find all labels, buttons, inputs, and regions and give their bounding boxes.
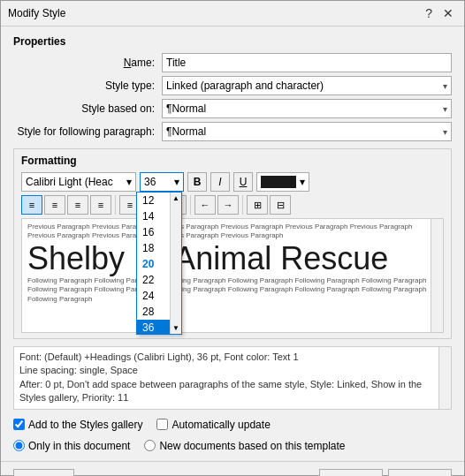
cancel-button[interactable]: Cancel [388, 469, 452, 476]
description-box: Font: (Default) +Headings (Calibri Light… [13, 346, 452, 410]
size-dropdown-arrow: ▾ [174, 176, 179, 188]
indent-decrease-button[interactable]: ← [194, 195, 216, 215]
name-label-text: Name: [124, 57, 155, 69]
name-label: Name: [13, 57, 155, 69]
previous-paragraph-text: Previous Paragraph Previous Paragraph Pr… [27, 223, 438, 241]
radio-row: Only in this document New documents base… [13, 440, 452, 452]
font-select[interactable]: Calibri Light (Heac ▾ [21, 172, 136, 192]
style-type-dropdown[interactable]: Linked (paragraph and character) ▾ [162, 76, 452, 95]
help-button[interactable]: ? [422, 6, 436, 20]
formatting-row2: ≡ ≡ ≡ ≡ ≡ ≡ ≡ ← → ⊞ ⊟ [21, 195, 444, 215]
font-name: Calibri Light (Heac [26, 176, 113, 188]
scroll-down-arrow[interactable]: ▼ [172, 324, 179, 332]
formatting-section: Formatting Calibri Light (Heac ▾ 36 ▾ B … [13, 148, 452, 339]
preview-area: Previous Paragraph Previous Paragraph Pr… [21, 218, 444, 333]
font-color-picker[interactable]: ▾ [256, 172, 309, 192]
auto-update-text: Automatically update [172, 419, 270, 431]
size-option-18[interactable]: 18 [137, 240, 170, 256]
align-justify-button[interactable]: ≡ [90, 195, 111, 215]
color-arrow: ▾ [300, 176, 305, 188]
dialog-body: Properties Name: Style type: Linked (par… [1, 26, 464, 461]
formatting-row1: Calibri Light (Heac ▾ 36 ▾ B I U ▾ [21, 172, 444, 192]
only-in-document-text: Only in this document [28, 440, 130, 452]
name-underline: N [124, 57, 132, 69]
style-following-label: Style for following paragraph: [13, 125, 155, 138]
new-documents-label[interactable]: New documents based on this template [144, 440, 345, 452]
size-option-14[interactable]: 14 [137, 208, 170, 224]
style-type-label: Style type: [13, 79, 155, 92]
new-documents-text: New documents based on this template [159, 440, 345, 452]
size-value: 36 [144, 176, 156, 188]
add-to-styles-checkbox[interactable] [13, 419, 25, 430]
style-type-value: Linked (paragraph and character) [166, 79, 443, 92]
size-option-20[interactable]: 20 [137, 256, 170, 272]
separator-3 [242, 195, 243, 215]
style-based-value: Normal [172, 102, 443, 115]
only-in-document-label[interactable]: Only in this document [13, 440, 130, 452]
align-left-button[interactable]: ≡ [21, 195, 42, 215]
separator-2 [190, 195, 191, 215]
dialog-title: Modify Style [8, 7, 65, 19]
dialog-footer: Format ▾ OK Cancel [1, 461, 464, 476]
style-following-arrow: ▾ [443, 127, 447, 137]
size-option-22[interactable]: 22 [137, 272, 170, 288]
extra-format-button2[interactable]: ⊟ [270, 195, 291, 215]
footer-right: OK Cancel [319, 469, 452, 476]
preview-title-text: Shelbyld Animal Rescue [27, 243, 438, 275]
size-option-12[interactable]: 12 [137, 193, 170, 208]
add-to-styles-label[interactable]: Add to the Styles gallery [13, 419, 142, 431]
description-scrollbar[interactable] [438, 347, 451, 409]
style-based-dropdown[interactable]: ¶ Normal ▾ [162, 99, 452, 118]
style-following-value: Normal [172, 125, 443, 138]
style-following-row: Style for following paragraph: ¶ Normal … [13, 122, 452, 141]
size-select[interactable]: 36 ▾ [140, 172, 184, 192]
modify-style-dialog: Modify Style ? ✕ Properties Name: Style … [0, 0, 465, 476]
style-following-dropdown[interactable]: ¶ Normal ▾ [162, 122, 452, 141]
ok-button[interactable]: OK [319, 469, 383, 476]
auto-update-label[interactable]: Automatically update [156, 419, 270, 431]
bold-button[interactable]: B [187, 172, 207, 192]
name-row: Name: [13, 53, 452, 72]
extra-format-button[interactable]: ⊞ [247, 195, 268, 215]
color-swatch [261, 176, 296, 188]
description-text: Font: (Default) +Headings (Calibri Light… [19, 351, 446, 405]
style-based-label: Style based on: [13, 102, 155, 115]
title-bar: Modify Style ? ✕ [1, 1, 464, 26]
following-paragraph-text: Following Paragraph Following Paragraph … [27, 276, 438, 304]
font-dropdown-arrow: ▾ [126, 176, 132, 188]
separator-1 [115, 195, 116, 215]
size-option-28[interactable]: 28 [137, 304, 170, 320]
style-based-row: Style based on: ¶ Normal ▾ [13, 99, 452, 118]
size-option-24[interactable]: 24 [137, 288, 170, 304]
properties-section: Properties Name: Style type: Linked (par… [13, 35, 452, 141]
style-type-arrow: ▾ [443, 81, 447, 91]
title-bar-controls: ? ✕ [422, 6, 457, 20]
close-button[interactable]: ✕ [439, 6, 457, 20]
size-dropdown-list: ▲ ▼ 12 14 16 18 20 22 24 28 36 [136, 192, 182, 335]
align-right-button[interactable]: ≡ [67, 195, 88, 215]
name-input[interactable] [162, 53, 452, 72]
size-option-36[interactable]: 36 [137, 320, 170, 334]
auto-update-checkbox[interactable] [156, 419, 168, 430]
add-to-styles-text: Add to the Styles gallery [28, 419, 142, 431]
align-center-button[interactable]: ≡ [44, 195, 65, 215]
style-type-row: Style type: Linked (paragraph and charac… [13, 76, 452, 95]
only-in-document-radio[interactable] [13, 440, 25, 451]
formatting-label: Formatting [21, 155, 444, 167]
italic-button[interactable]: I [210, 172, 230, 192]
indent-increase-button[interactable]: → [217, 195, 239, 215]
underline-button[interactable]: U [233, 172, 253, 192]
format-button[interactable]: Format ▾ [13, 469, 74, 476]
new-documents-radio[interactable] [144, 440, 156, 451]
checkbox-row: Add to the Styles gallery Automatically … [13, 419, 452, 431]
properties-label: Properties [13, 35, 452, 48]
size-option-16[interactable]: 16 [137, 224, 170, 240]
scroll-up-arrow[interactable]: ▲ [172, 194, 179, 202]
style-based-arrow: ▾ [443, 104, 447, 114]
preview-scrollbar[interactable] [431, 219, 443, 332]
